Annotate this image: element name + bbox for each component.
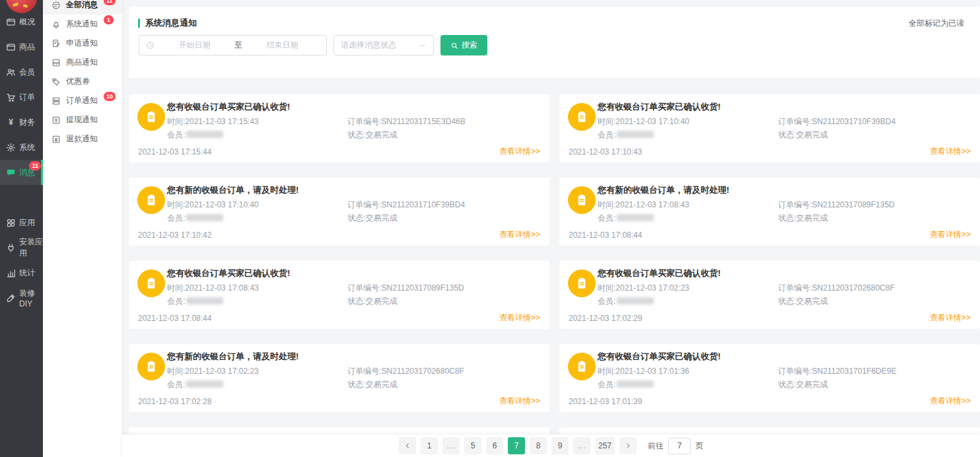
page-button-1[interactable]: 1: [421, 437, 438, 454]
title-accent-bar: [138, 18, 140, 28]
notification-icon-circle: [568, 353, 596, 380]
page-button-257[interactable]: 257: [595, 437, 615, 454]
view-detail-link[interactable]: 查看详情>>: [499, 396, 540, 407]
category-item-goods-notice[interactable]: 商品通知: [43, 53, 122, 72]
next-page-button[interactable]: [619, 437, 637, 454]
sidebar-item-message[interactable]: 消息11: [0, 160, 43, 185]
view-detail-link[interactable]: 查看详情>>: [930, 146, 971, 157]
message-order-no: 订单编号:SN2112031701F6DE9E: [778, 366, 896, 377]
sidebar-item-members[interactable]: 会员: [0, 59, 43, 85]
page-button-6[interactable]: 6: [486, 437, 503, 454]
goto-page-input[interactable]: [668, 438, 691, 454]
message-status: 状态:交易完成: [347, 129, 397, 141]
view-detail-link[interactable]: 查看详情>>: [930, 312, 971, 324]
status-select-placeholder: 请选择消息状态: [341, 40, 396, 51]
message-category-sidebar: 全部消息11系统通知1申请通知商品通知优惠券订单通知10提现通知退款通知: [43, 0, 122, 457]
page-button-9[interactable]: 9: [551, 437, 569, 454]
category-item-all-messages[interactable]: 全部消息11: [43, 0, 122, 15]
notification-icon-circle: [137, 353, 165, 380]
ellipsis-page-button[interactable]: ...: [573, 437, 590, 454]
view-detail-link[interactable]: 查看详情>>: [499, 312, 540, 324]
clipboard-icon: [144, 276, 158, 291]
diy-icon: [6, 293, 16, 303]
category-item-order-notice[interactable]: 订单通知10: [43, 91, 122, 110]
sidebar-item-apps[interactable]: 应用: [0, 210, 43, 235]
message-member: 会员:: [598, 296, 654, 307]
apps-icon: [6, 218, 16, 228]
ellipsis-page-button[interactable]: ...: [442, 437, 460, 454]
sidebar-item-goods[interactable]: 商品: [0, 34, 43, 59]
category-item-label: 订单通知: [66, 95, 98, 106]
sidebar-section-gap: [0, 185, 43, 210]
sidebar-item-label: 统计: [19, 267, 35, 279]
message-time: 时间:2021-12-03 17:08:43: [167, 283, 259, 294]
sidebar-item-install[interactable]: 安装应用: [0, 235, 43, 260]
start-date-placeholder: 开始日期: [157, 40, 232, 51]
message-card: 您有收银台订单买家已确认收货!时间:2021-12-03 17:10:40会员:…: [559, 94, 980, 162]
message-time: 时间:2021-12-03 17:01:36: [598, 366, 689, 377]
message-order-no: 订单编号:SN2112031710F39BD4: [778, 116, 895, 127]
chevron-left-icon: [403, 442, 411, 450]
clipboard-icon: [144, 359, 158, 374]
view-detail-link[interactable]: 查看详情>>: [499, 146, 540, 157]
mark-all-read-button[interactable]: 全部标记为已读: [909, 18, 964, 29]
clipboard-icon: [575, 110, 589, 124]
page-button-7[interactable]: 7: [508, 437, 525, 454]
message-member: 会员:: [167, 129, 223, 141]
notification-icon-circle: [137, 269, 165, 297]
page-button-8[interactable]: 8: [530, 437, 547, 454]
sidebar-item-overview[interactable]: 概况: [0, 9, 43, 34]
message-status: 状态:交易完成: [778, 296, 827, 307]
category-item-refund[interactable]: 退款通知: [43, 129, 122, 149]
message-card-grid: 您有收银台订单买家已确认收货!时间:2021-12-03 17:15:43会员:…: [129, 94, 980, 457]
view-detail-link[interactable]: 查看详情>>: [499, 229, 540, 240]
category-item-label: 退款通知: [66, 133, 98, 145]
clock-icon: [146, 41, 155, 50]
redacted-member-name: [617, 131, 654, 138]
message-card: 您有收银台订单买家已确认收货!时间:2021-12-03 17:15:43会员:…: [129, 94, 549, 162]
message-time: 时间:2021-12-03 17:15:43: [167, 116, 259, 127]
page-title-wrap: 系统消息通知: [138, 17, 197, 29]
message-title: 您有新的收银台订单，请及时处理!: [167, 351, 298, 363]
system-icon: [6, 143, 16, 153]
view-detail-link[interactable]: 查看详情>>: [930, 396, 971, 407]
category-item-apply[interactable]: 申请通知: [43, 34, 122, 53]
date-range-input[interactable]: 开始日期 至 结束日期: [139, 35, 327, 55]
category-item-label: 系统通知: [66, 18, 98, 30]
category-item-coupon[interactable]: 优惠券: [43, 72, 122, 91]
page-buttons: 1...56789...257: [399, 437, 637, 454]
view-detail-link[interactable]: 查看详情>>: [930, 229, 971, 240]
prev-page-button[interactable]: [399, 437, 416, 454]
overview-icon: [6, 17, 16, 27]
category-item-bell[interactable]: 系统通知1: [43, 15, 122, 34]
sidebar-item-system[interactable]: 系统: [0, 135, 43, 160]
sidebar-item-orders[interactable]: 订单: [0, 85, 43, 110]
unread-badge: 11: [104, 0, 116, 5]
message-title: 您有收银台订单买家已确认收货!: [598, 101, 720, 113]
unread-badge: 1: [104, 15, 114, 24]
notification-icon-circle: [568, 103, 596, 131]
chevron-right-icon: [624, 442, 632, 450]
message-status-select[interactable]: 请选择消息状态: [333, 35, 434, 55]
clipboard-icon: [575, 276, 589, 291]
message-title: 您有收银台订单买家已确认收货!: [167, 101, 290, 113]
message-member: 会员:: [598, 379, 654, 390]
page-button-5[interactable]: 5: [464, 437, 481, 454]
message-card: 您有收银台订单买家已确认收货!时间:2021-12-03 17:08:43会员:…: [129, 261, 549, 329]
primary-sidebar: 概况商品会员订单¥财务系统消息11应用安装应用统计装修DIY: [0, 0, 43, 457]
message-title: 您有新的收银台订单，请及时处理!: [167, 184, 298, 196]
svg-text:¥: ¥: [9, 118, 13, 127]
message-card: 您有收银台订单买家已确认收货!时间:2021-12-03 17:02:23会员:…: [559, 261, 980, 329]
message-order-no: 订单编号:SN2112031715E3D46B: [347, 116, 466, 127]
order-notice-icon: [52, 96, 61, 106]
sidebar-item-diy[interactable]: 装修DIY: [0, 285, 43, 310]
search-button[interactable]: 搜索: [440, 35, 487, 55]
sidebar-item-finance[interactable]: ¥财务: [0, 110, 43, 135]
message-member: 会员:: [167, 213, 223, 224]
sidebar-item-stats[interactable]: 统计: [0, 260, 43, 285]
filter-row: 开始日期 至 结束日期 请选择消息状态 搜索: [139, 35, 487, 55]
category-item-withdraw[interactable]: 提现通知: [43, 110, 122, 129]
message-footer-time: 2021-12-03 17:01:39: [569, 397, 642, 406]
category-item-label: 商品通知: [66, 57, 98, 68]
message-time: 时间:2021-12-03 17:10:40: [167, 199, 259, 211]
